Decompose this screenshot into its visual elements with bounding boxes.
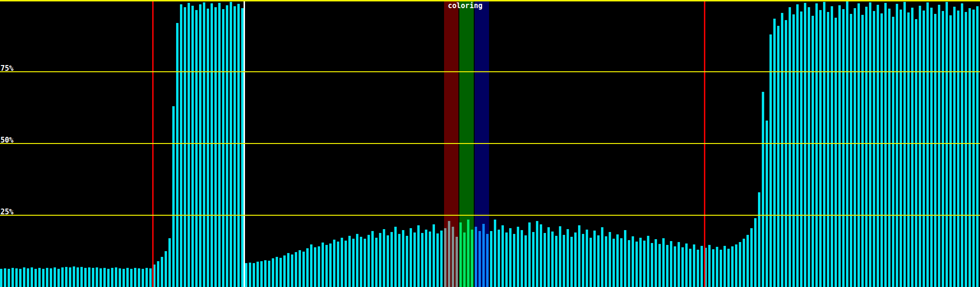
histogram-bar xyxy=(360,237,362,287)
histogram-bar xyxy=(195,10,198,287)
histogram-bar xyxy=(249,263,251,287)
histogram-bar xyxy=(559,226,561,287)
histogram-bar xyxy=(65,267,67,287)
histogram-bar xyxy=(846,1,848,287)
histogram-bar xyxy=(490,231,492,287)
histogram-bar xyxy=(482,224,485,287)
histogram-bar xyxy=(383,229,385,287)
histogram-bar xyxy=(145,268,148,287)
histogram-bar xyxy=(831,6,833,287)
histogram-bar xyxy=(199,4,201,287)
histogram-bar xyxy=(8,269,10,287)
histogram-bar xyxy=(302,252,305,287)
histogram-bar xyxy=(459,222,462,287)
histogram-bar xyxy=(390,232,393,287)
histogram-bar xyxy=(115,267,117,287)
histogram-bar xyxy=(685,243,688,287)
histogram-bar xyxy=(632,236,634,287)
histogram-bar xyxy=(861,15,864,287)
histogram-bar xyxy=(207,9,209,287)
histogram-bar xyxy=(50,268,52,287)
histogram-bar xyxy=(406,236,408,287)
histogram-bar xyxy=(900,10,902,287)
histogram-bar xyxy=(314,247,316,287)
histogram-bar xyxy=(582,234,584,287)
histogram-bar xyxy=(268,261,270,287)
histogram-bar xyxy=(107,269,110,287)
histogram-bar xyxy=(356,234,358,287)
histogram-bar xyxy=(628,240,630,287)
histogram-bar xyxy=(410,228,412,287)
gridline-50 xyxy=(0,143,980,144)
histogram-bar xyxy=(253,263,255,287)
histogram-bar xyxy=(689,249,691,287)
histogram-bar xyxy=(448,221,450,287)
histogram-bar xyxy=(800,11,802,287)
histogram-bar xyxy=(61,267,64,287)
histogram-bar xyxy=(674,246,676,287)
histogram-bar xyxy=(322,243,324,287)
histogram-bar xyxy=(42,269,45,287)
histogram-bar xyxy=(142,269,144,287)
histogram-bar xyxy=(421,233,423,287)
histogram-bar xyxy=(972,10,975,287)
histogram-bar xyxy=(214,7,217,287)
histogram-bar xyxy=(850,14,852,287)
histogram-bar xyxy=(318,246,320,287)
histogram-bar xyxy=(299,250,301,287)
histogram-bar xyxy=(394,227,397,287)
histogram-bar xyxy=(697,250,699,287)
histogram-bar xyxy=(341,238,343,287)
histogram-bar xyxy=(501,225,504,287)
histogram-bar xyxy=(969,8,971,287)
histogram-bar xyxy=(188,3,190,287)
histogram-bar xyxy=(701,246,703,287)
histogram-bar xyxy=(957,11,959,287)
histogram-bar xyxy=(551,232,554,287)
histogram-bar xyxy=(605,236,607,287)
histogram-bar xyxy=(769,34,772,287)
coloring-label: coloring xyxy=(448,1,482,10)
histogram-bar xyxy=(578,225,580,287)
histogram-bar xyxy=(379,233,381,287)
histogram-bar xyxy=(364,239,366,287)
histogram-bar xyxy=(858,3,860,287)
histogram-bar xyxy=(172,106,175,287)
histogram-bar xyxy=(191,6,194,287)
histogram-bar xyxy=(961,3,963,287)
histogram-bar xyxy=(218,3,221,287)
histogram-bar xyxy=(452,227,454,287)
histogram-bar xyxy=(616,234,619,287)
histogram-bar xyxy=(276,257,278,287)
y-axis-label-50: 50% xyxy=(0,136,13,144)
histogram-bar xyxy=(643,241,646,287)
histogram-bar xyxy=(27,268,29,287)
histogram-bar xyxy=(877,5,879,287)
gridline-100 xyxy=(0,0,980,1)
histogram-bar xyxy=(387,235,389,287)
histogram-bar xyxy=(808,7,810,287)
histogram-bar xyxy=(119,268,121,287)
histogram-bar xyxy=(563,235,565,287)
histogram-bar xyxy=(310,244,312,287)
gridline-25 xyxy=(0,215,980,216)
histogram-bar xyxy=(498,230,500,287)
histogram-bar xyxy=(593,231,596,287)
histogram-bar xyxy=(524,235,527,287)
histogram-bar xyxy=(923,11,925,287)
histogram-bar xyxy=(884,3,887,287)
histogram-bar xyxy=(946,2,948,287)
histogram-bar xyxy=(222,9,224,287)
histogram-bar xyxy=(835,18,837,287)
gridline-75 xyxy=(0,71,980,72)
histogram-bar xyxy=(746,235,749,287)
histogram-bar xyxy=(513,234,515,287)
histogram-bar xyxy=(724,246,726,287)
histogram-bar xyxy=(176,23,178,287)
histogram-bar xyxy=(540,224,542,287)
histogram-bar xyxy=(184,7,186,287)
histogram-bar xyxy=(612,239,615,287)
histogram-bar xyxy=(486,234,489,287)
histogram-bar xyxy=(651,243,653,287)
histogram-bar xyxy=(758,192,760,287)
